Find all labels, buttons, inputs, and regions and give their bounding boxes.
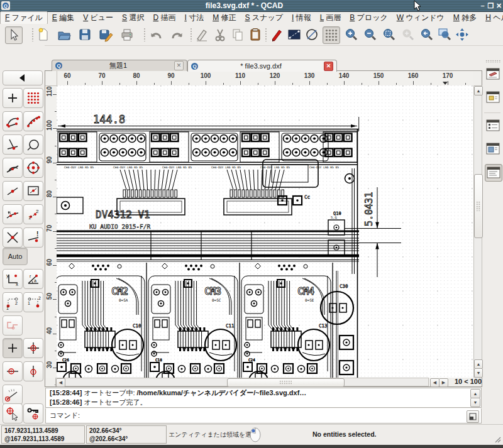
scroll-left-button-2[interactable]: ◀ (430, 378, 439, 387)
menu-s-3[interactable]: S 選択 (118, 12, 148, 24)
command-line-panel-toggle-button[interactable] (485, 164, 502, 182)
zoom-out-button[interactable] (362, 26, 379, 43)
restrict-vertical-button[interactable] (23, 361, 43, 381)
snap-auto-button[interactable]: Auto (3, 248, 28, 265)
back-button[interactable] (3, 70, 43, 85)
new-file-button[interactable] (35, 26, 52, 43)
snap-distance-button[interactable]: 12 (23, 204, 43, 224)
property-editor-panel-toggle-button[interactable] (485, 141, 501, 157)
snap-on-entity-button[interactable] (23, 111, 43, 131)
menu-e-1[interactable]: E 編集 (48, 12, 79, 24)
cut-button[interactable] (212, 26, 228, 43)
menu-d-4[interactable]: D 描画 (148, 12, 180, 24)
selection-preference-button[interactable] (286, 26, 302, 43)
vertical-scroll-thumb[interactable] (474, 174, 483, 238)
menu-i-8[interactable]: I 情報 (287, 12, 316, 24)
menu-i-5[interactable]: I 寸法 (180, 12, 208, 24)
resize-grip[interactable] (494, 436, 502, 444)
library-browser-panel-toggle-button[interactable] (485, 117, 501, 134)
restrict-off-button[interactable] (3, 315, 23, 336)
zoom-auto-button[interactable] (381, 26, 397, 43)
snap-intersection-manual-button[interactable]: ! (23, 227, 43, 248)
horizontal-scrollbar[interactable]: ◀ (55, 378, 429, 386)
menu-v-2[interactable]: V ビュー (79, 12, 118, 24)
lock-relative-button[interactable] (23, 403, 43, 423)
tab-close-button[interactable]: ✕ (174, 61, 184, 70)
toolbar-separator (190, 28, 192, 41)
block-list-panel-toggle-button[interactable] (485, 89, 501, 106)
svg-text:CM3: CM3 (204, 286, 221, 297)
zoom-one-to-one-button[interactable] (400, 26, 416, 43)
drawing-canvas[interactable]: CH4-OUY LR6 R5 05CH4-OUY LR6 R5 05CH4-OU… (57, 85, 473, 378)
maximize-button[interactable]: ❐ (487, 0, 495, 11)
close-button[interactable]: ✕ (495, 0, 503, 11)
svg-text:1: 1 (6, 306, 9, 310)
menu-l-9[interactable]: L 画層 (316, 12, 346, 24)
scroll-right-button[interactable]: ▶ (439, 378, 448, 387)
snap-reference-button[interactable] (23, 181, 43, 201)
erase-button[interactable] (194, 26, 210, 43)
pen-red-button[interactable] (268, 26, 285, 43)
snap-endpoints-button[interactable] (3, 111, 23, 131)
angle-gauge-button[interactable] (3, 385, 23, 405)
copy-button[interactable] (229, 26, 246, 43)
pick-coordinate-button[interactable] (3, 403, 23, 423)
restrict-none-button[interactable] (3, 338, 23, 358)
title-bar[interactable]: Q file3.svg.dxf * - QCAD – ❐ ✕ (0, 0, 503, 12)
snap-middle-button[interactable] (3, 181, 23, 201)
snap-intersection-button[interactable] (3, 227, 23, 248)
scroll-left-button[interactable]: ◀ (56, 378, 65, 387)
snap-entity-button[interactable] (23, 134, 43, 155)
dock-handle[interactable] (485, 60, 500, 63)
menu-w-11[interactable]: W ウィンドウ (392, 12, 449, 24)
restrict-horizontal-button[interactable] (3, 361, 23, 381)
minimize-button[interactable]: – (478, 0, 487, 11)
pan-button[interactable] (454, 26, 470, 43)
scroll-up-button-2[interactable]: ▲ (474, 359, 483, 369)
horizontal-scroll-thumb[interactable] (227, 378, 345, 387)
coordinate-relative-button[interactable]: 12 (3, 292, 23, 312)
snap-free-button[interactable] (3, 88, 23, 108)
snap-distance-manual-button[interactable] (3, 204, 23, 224)
scroll-up-button[interactable]: ▲ (474, 86, 483, 96)
snap-tangent-button[interactable] (3, 158, 23, 178)
save-button[interactable] (77, 26, 93, 43)
paste-button[interactable] (247, 26, 263, 43)
undo-button[interactable] (148, 26, 165, 43)
coordinate-absolute-button[interactable]: 12 (23, 292, 43, 312)
layer-list-panel-toggle-button[interactable] (485, 66, 501, 82)
menu-m-6[interactable]: M 修正 (208, 12, 240, 24)
menu-h-13[interactable]: H ヘルプ (481, 12, 503, 24)
menu-b-10[interactable]: B ブロック (345, 12, 392, 24)
menu-s-7[interactable]: S スナップ (241, 12, 287, 24)
command-panel-toggle-button[interactable] (467, 410, 479, 423)
history-scroll-up[interactable]: ▲ (470, 389, 480, 398)
open-file-button[interactable] (56, 26, 72, 43)
print-button[interactable] (119, 26, 135, 43)
command-line[interactable]: コマンド: (45, 408, 482, 423)
zoom-in-button[interactable] (343, 26, 360, 43)
hruler-label: 170 (441, 72, 454, 79)
tab-bar-filler (336, 60, 482, 71)
tab-close-button[interactable]: ✕ (324, 62, 333, 71)
coordinate-polar-button[interactable]: ra (23, 269, 43, 289)
document-tab-2[interactable]: Q * file3.svg.dxf ✕ (187, 60, 337, 72)
menu-m-12[interactable]: M 雑多 (449, 12, 481, 24)
grid-toggle-button[interactable] (323, 26, 340, 44)
save-as-button[interactable] (97, 26, 114, 43)
snap-perpendicular-button[interactable] (3, 134, 23, 155)
snap-center-button[interactable] (23, 158, 43, 178)
vertical-scrollbar[interactable]: ▲ ▲ ▼ (473, 85, 482, 378)
zoom-window-button[interactable] (436, 26, 453, 43)
restrict-orthogonal-button[interactable] (23, 338, 43, 358)
zoom-previous-button[interactable] (419, 26, 435, 43)
history-scroll-down[interactable]: ▼ (470, 398, 480, 407)
menu-f-0[interactable]: F ファイル (0, 11, 48, 25)
select-arrow-button[interactable] (5, 26, 23, 44)
document-tab-1[interactable]: Q 無題1 ✕ (52, 60, 187, 71)
coordinate-cartesian-button[interactable]: yx (3, 269, 23, 289)
scroll-down-button[interactable]: ▼ (474, 368, 483, 378)
draft-mode-button[interactable] (304, 26, 320, 43)
snap-grid-button[interactable] (23, 88, 43, 108)
redo-button[interactable] (169, 26, 185, 43)
